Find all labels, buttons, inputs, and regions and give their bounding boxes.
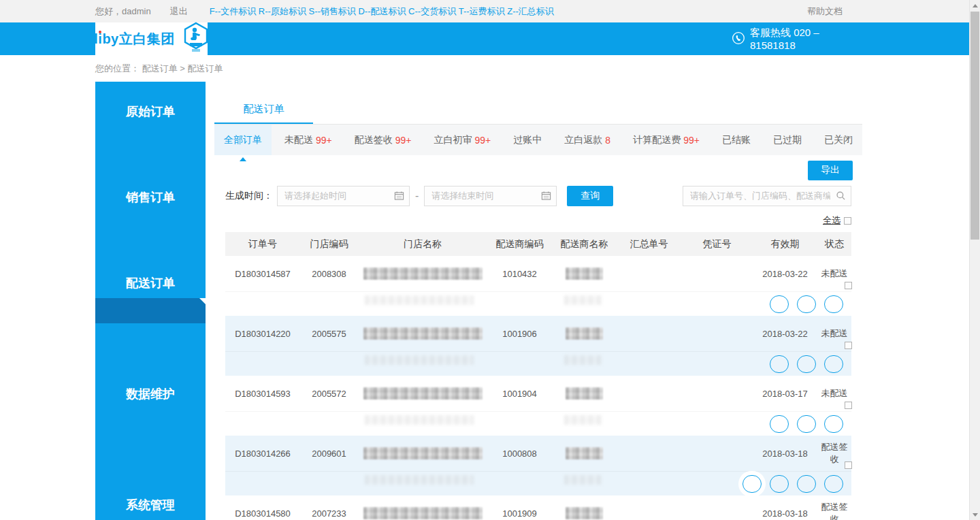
status-subtabs: 全部订单 未配送 99+ 配送签收 99+ 立白初审 99+ 过账中 立白返款 … (214, 125, 862, 155)
redacted-store-name (363, 447, 483, 459)
row-checkbox[interactable] (845, 402, 852, 409)
start-date-input[interactable] (277, 186, 410, 206)
sidebar-item[interactable] (95, 152, 206, 177)
action-button[interactable] (797, 295, 816, 313)
cell-valid-date: 2018-03-22 (753, 269, 817, 279)
sidebar-section-title[interactable]: 数据维护 (95, 379, 206, 409)
logo-hexagon-badge-icon (183, 22, 209, 56)
sidebar-item[interactable] (95, 127, 206, 152)
cell-supplier-code: 1010432 (487, 269, 552, 279)
action-button[interactable] (770, 475, 789, 493)
action-button[interactable] (824, 415, 843, 433)
column-header: 门店编码 (300, 238, 358, 250)
subtab[interactable]: 已结账 (713, 125, 760, 155)
action-button[interactable] (770, 355, 789, 373)
subtab[interactable]: 全部订单 (214, 125, 272, 155)
action-button[interactable] (797, 355, 816, 373)
query-button[interactable]: 查询 (567, 186, 613, 206)
column-header: 门店名称 (358, 238, 487, 250)
vertical-scrollbar[interactable] (969, 0, 980, 520)
logo[interactable]: liby立白集团 (95, 22, 208, 55)
action-button[interactable] (797, 475, 816, 493)
sidebar-item[interactable] (95, 348, 206, 374)
cell-supplier-code: 1001909 (487, 508, 552, 519)
subtab[interactable]: 配送签收 99+ (345, 125, 421, 155)
subtab[interactable]: 立白返款 8 (555, 125, 620, 155)
subtab[interactable]: 已过期 (764, 125, 811, 155)
end-date-input[interactable] (424, 186, 557, 206)
topbar: 您好，dadmin 退出 F--文件标识 R--原始标识 S--销售标识 D--… (0, 0, 969, 22)
sidebar-item[interactable] (95, 323, 206, 348)
select-all-checkbox[interactable] (844, 217, 851, 225)
action-button[interactable] (770, 415, 789, 433)
cell-store-code: 2005572 (300, 389, 358, 399)
redacted-store-name (363, 507, 483, 519)
order-row-group: D1803014593 2005572 1001904 2018-03-17 未… (225, 376, 851, 436)
cell-supplier-name (552, 507, 617, 519)
action-button[interactable] (824, 355, 843, 373)
table-row: D1803014593 2005572 1001904 2018-03-17 未… (225, 376, 851, 411)
main-panel: 配送订单 全部订单 未配送 99+ 配送签收 99+ 立白初审 99+ 过账中 … (214, 93, 862, 520)
page: 您好，dadmin 退出 F--文件标识 R--原始标识 S--销售标识 D--… (0, 0, 969, 520)
sidebar-section-title[interactable]: 销售订单 (95, 182, 206, 212)
calendar-icon[interactable] (541, 191, 551, 204)
sidebar-item[interactable] (95, 298, 206, 323)
cell-supplier-name (552, 267, 617, 280)
action-button[interactable] (824, 295, 843, 313)
sidebar-section-items (95, 409, 206, 485)
sidebar-section-title[interactable]: 原始订单 (95, 97, 206, 127)
subtab-count-badge: 8 (605, 135, 610, 146)
cell-store-code: 2008308 (300, 269, 358, 279)
sidebar-item[interactable] (95, 238, 206, 263)
tab-delivery-orders[interactable]: 配送订单 (214, 93, 313, 124)
filter-row: 生成时间： - 查询 (214, 185, 862, 206)
action-button[interactable] (797, 415, 816, 433)
table-row: D1803014580 2007233 1001909 2018-03-18 配… (225, 495, 851, 520)
action-button[interactable] (770, 295, 789, 313)
subtab[interactable]: 立白初审 99+ (425, 125, 501, 155)
row-checkbox[interactable] (845, 461, 852, 469)
scroll-up-icon[interactable] (970, 0, 980, 11)
column-header: 订单号 (225, 238, 300, 250)
sidebar-group: 数据维护 (95, 379, 206, 485)
sidebar-item[interactable] (95, 212, 206, 238)
cell-supplier-name (552, 447, 617, 459)
redacted-store-name (363, 327, 483, 340)
search-input[interactable] (683, 186, 851, 206)
subtab-label: 过账中 (513, 134, 542, 146)
cell-order-no: D1803014266 (225, 449, 300, 459)
subtab-label: 未配送 (284, 134, 313, 146)
action-button[interactable] (742, 475, 762, 493)
sidebar-section-title[interactable]: 配送订单 (95, 268, 206, 298)
sidebar-item[interactable] (95, 459, 206, 485)
action-button[interactable] (824, 475, 843, 493)
logout-link[interactable]: 退出 (170, 5, 188, 18)
help-doc-link[interactable]: 帮助文档 (807, 5, 843, 18)
column-header: 状态 (817, 238, 851, 250)
redacted-supplier-name (566, 327, 603, 340)
logo-text: liby立白集团 (94, 30, 174, 48)
row-actions (225, 471, 851, 495)
cell-supplier-name (552, 387, 617, 400)
subtab[interactable]: 过账中 (504, 125, 551, 155)
subtab-label: 计算配送费 (633, 134, 681, 146)
sidebar-section-title[interactable]: 系统管理 (95, 490, 206, 520)
select-all-label[interactable]: 全选 (823, 214, 840, 227)
redacted-supplier-name (566, 267, 603, 280)
subtab[interactable]: 已关闭 (815, 125, 862, 155)
magnifier-icon[interactable] (836, 191, 846, 204)
scroll-down-icon[interactable] (970, 509, 980, 520)
export-button[interactable]: 导出 (808, 161, 853, 180)
calendar-icon[interactable] (394, 191, 404, 204)
cell-order-no: D1803014580 (225, 508, 300, 519)
sidebar-item[interactable] (95, 434, 206, 459)
subtab[interactable]: 未配送 99+ (275, 125, 342, 155)
sidebar-item[interactable] (95, 409, 206, 434)
row-checkbox[interactable] (845, 282, 852, 289)
cell-store-code: 2005575 (300, 329, 358, 339)
cell-supplier-code: 1001904 (487, 389, 552, 399)
row-checkbox[interactable] (845, 342, 852, 349)
subtab[interactable]: 计算配送费 99+ (623, 125, 709, 155)
scrollbar-thumb[interactable] (970, 12, 979, 240)
start-date-field (277, 186, 410, 206)
